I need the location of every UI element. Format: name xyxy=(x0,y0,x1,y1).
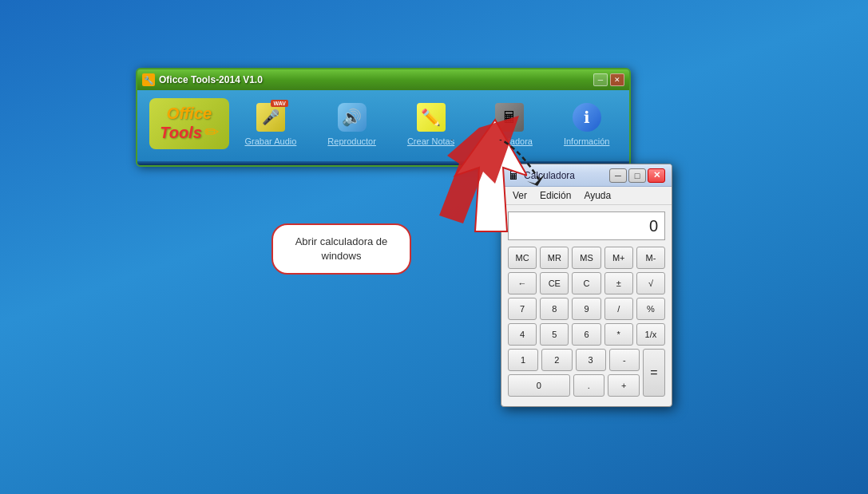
calc-mc-button[interactable]: MC xyxy=(508,247,537,269)
calc-reciprocal-button[interactable]: 1/x xyxy=(636,323,665,346)
calc-dot-button[interactable]: . xyxy=(573,374,605,397)
calc-minus-button[interactable]: - xyxy=(609,349,640,371)
calc-plusminus-button[interactable]: ± xyxy=(604,272,633,294)
calc-title-text: Calculadora xyxy=(524,170,575,181)
calc-titlebar-buttons: ─ □ ✕ xyxy=(609,168,665,183)
calc-sqrt-button[interactable]: √ xyxy=(636,272,665,294)
office-titlebar: 🔧 Oficce Tools-2014 V1.0 ─ ✕ xyxy=(137,69,629,90)
office-title: Oficce Tools-2014 V1.0 xyxy=(159,74,263,85)
calc-ms-button[interactable]: MS xyxy=(572,247,600,269)
calculadora-icon-container: 🖩 xyxy=(493,101,525,133)
calculator-window: 🖩 Calculadora ─ □ ✕ Ver Edición Ayuda 0 … xyxy=(501,164,672,407)
toolbar-item-informacion[interactable]: ℹ Información xyxy=(564,101,609,146)
crear-notas-label: Crear Notas xyxy=(407,136,454,146)
calc-row-3: 4 5 6 * 1/x xyxy=(508,323,665,346)
calc-7-button[interactable]: 7 xyxy=(508,298,537,320)
calc-2-button[interactable]: 2 xyxy=(541,349,572,371)
calc-row-2: 7 8 9 / % xyxy=(508,298,665,320)
reproductor-icon-container: 🔊 xyxy=(336,101,368,133)
reproductor-label: Reproductor xyxy=(327,136,376,146)
calc-5-button[interactable]: 5 xyxy=(540,323,569,346)
wav-badge: WAV xyxy=(271,100,287,107)
calc-backspace-button[interactable]: ← xyxy=(508,272,537,294)
crear-notas-icon-container: ✏️ xyxy=(415,101,447,133)
calc-8-button[interactable]: 8 xyxy=(540,298,569,320)
office-toolbar: 🎤 WAV Grabar Audio 🔊 Reproductor ✏️ xyxy=(237,101,617,146)
calc-3-button[interactable]: 3 xyxy=(576,349,606,371)
calc-main-rows: 1 2 3 - 0 . + xyxy=(508,349,640,400)
calc-lower-section: 1 2 3 - 0 . + = xyxy=(508,349,665,400)
calc-mplus-button[interactable]: M+ xyxy=(604,247,633,269)
calc-menu-edicion[interactable]: Edición xyxy=(533,188,577,203)
office-tools-window: 🔧 Oficce Tools-2014 V1.0 ─ ✕ Office Tool… xyxy=(136,68,631,167)
audio-icon: 🎤 WAV xyxy=(256,103,285,132)
callout-container: Abrir calculadora de windows xyxy=(271,223,411,275)
calc-memory-row: MC MR MS M+ M- xyxy=(508,247,665,269)
calc-menubar: Ver Edición Ayuda xyxy=(501,187,672,205)
office-logo: Office Tools ✏ xyxy=(149,98,229,149)
calc-multiply-button[interactable]: * xyxy=(604,323,633,346)
calc-title-left: 🖩 Calculadora xyxy=(508,169,575,182)
logo-tools-text: Tools xyxy=(160,124,202,141)
calc-mminus-button[interactable]: M- xyxy=(636,247,665,269)
notes-icon: ✏️ xyxy=(417,103,446,132)
toolbar-item-grabar-audio[interactable]: 🎤 WAV Grabar Audio xyxy=(245,101,297,146)
minimize-button[interactable]: ─ xyxy=(593,73,608,86)
calc-percent-button[interactable]: % xyxy=(636,298,665,320)
calc-row-5: 0 . + xyxy=(508,374,640,397)
informacion-label: Información xyxy=(564,136,609,146)
office-titlebar-buttons: ─ ✕ xyxy=(593,73,624,86)
calc-row-1: ← CE C ± √ xyxy=(508,272,665,294)
calc-menu-ver[interactable]: Ver xyxy=(506,188,533,203)
grabar-audio-icon-container: 🎤 WAV xyxy=(255,101,287,133)
calc-divide-button[interactable]: / xyxy=(604,298,633,320)
calc-plus-button[interactable]: + xyxy=(608,374,640,397)
toolbar-item-crear-notas[interactable]: ✏️ Crear Notas xyxy=(407,101,454,146)
calc-9-button[interactable]: 9 xyxy=(572,298,600,320)
speaker-icon: 🔊 xyxy=(338,103,367,132)
calc-c-button[interactable]: C xyxy=(572,272,600,294)
calculadora-label: Calculadora xyxy=(486,136,533,146)
toolbar-item-reproductor[interactable]: 🔊 Reproductor xyxy=(327,101,376,146)
callout-text: Abrir calculadora de windows xyxy=(295,235,388,262)
close-button[interactable]: ✕ xyxy=(610,73,624,86)
info-icon: ℹ xyxy=(573,103,601,132)
calc-display: 0 xyxy=(508,211,665,240)
calc-buttons: MC MR MS M+ M- ← CE C ± √ 7 8 9 / % 4 5 … xyxy=(501,243,672,406)
office-content: Office Tools ✏ 🎤 WAV Grabar Audio xyxy=(137,90,629,161)
calc-mr-button[interactable]: MR xyxy=(540,247,569,269)
calc-0-button[interactable]: 0 xyxy=(508,374,570,397)
informacion-icon-container: ℹ xyxy=(571,101,603,133)
calc-1-button[interactable]: 1 xyxy=(508,349,538,371)
calc-close-button[interactable]: ✕ xyxy=(648,168,665,183)
grabar-audio-label: Grabar Audio xyxy=(245,136,297,146)
calc-4-button[interactable]: 4 xyxy=(508,323,537,346)
toolbar-item-calculadora[interactable]: 🖩 Calculadora xyxy=(486,101,533,146)
office-title-left: 🔧 Oficce Tools-2014 V1.0 xyxy=(142,73,263,86)
app-icon: 🔧 xyxy=(142,73,155,86)
logo-office-text: Office xyxy=(159,105,220,122)
calc-menu-ayuda[interactable]: Ayuda xyxy=(577,188,617,203)
calc-equals-button[interactable]: = xyxy=(643,349,665,397)
pencil-icon: ✏ xyxy=(204,122,219,143)
calc-6-button[interactable]: 6 xyxy=(572,323,600,346)
calc-title-icon: 🖩 xyxy=(508,169,519,182)
calc-icon: 🖩 xyxy=(495,103,524,132)
calc-minimize-button[interactable]: ─ xyxy=(609,168,627,183)
calc-ce-button[interactable]: CE xyxy=(540,272,569,294)
calc-titlebar: 🖩 Calculadora ─ □ ✕ xyxy=(501,164,672,187)
calc-row-4: 1 2 3 - xyxy=(508,349,640,371)
calc-maximize-button[interactable]: □ xyxy=(628,168,646,183)
callout-bubble: Abrir calculadora de windows xyxy=(271,223,411,275)
